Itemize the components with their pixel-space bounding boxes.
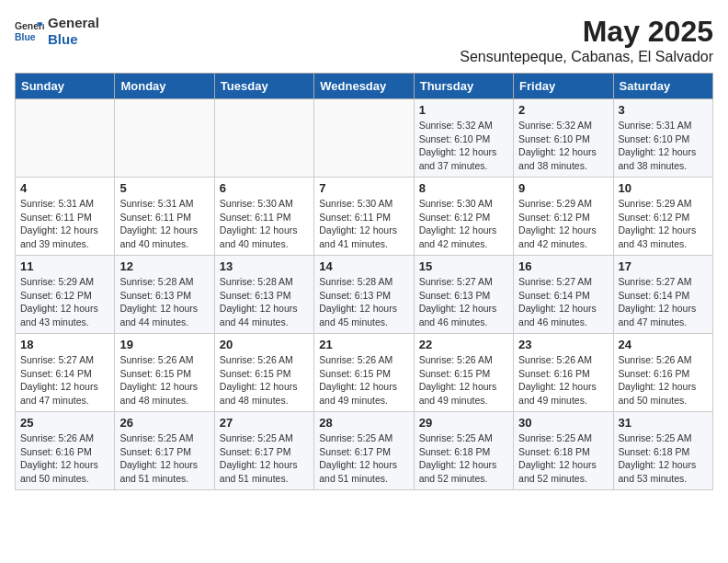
day-number: 27 xyxy=(220,416,309,430)
calendar-cell xyxy=(314,99,414,178)
calendar-table: SundayMondayTuesdayWednesdayThursdayFrid… xyxy=(15,73,713,490)
calendar-cell: 11Sunrise: 5:29 AMSunset: 6:12 PMDayligh… xyxy=(16,256,115,334)
day-header-friday: Friday xyxy=(514,74,613,99)
calendar-cell xyxy=(115,99,214,178)
day-number: 19 xyxy=(119,338,209,351)
day-info: Sunrise: 5:29 AMSunset: 6:12 PMDaylight:… xyxy=(619,197,708,251)
calendar-cell: 2Sunrise: 5:32 AMSunset: 6:10 PMDaylight… xyxy=(514,99,613,178)
day-number: 14 xyxy=(319,259,408,273)
day-number: 3 xyxy=(619,103,708,117)
day-number: 21 xyxy=(319,338,408,351)
day-header-tuesday: Tuesday xyxy=(214,74,313,99)
calendar-cell: 18Sunrise: 5:27 AMSunset: 6:14 PMDayligh… xyxy=(16,334,115,412)
day-number: 23 xyxy=(518,338,608,351)
svg-text:Blue: Blue xyxy=(15,32,36,42)
day-number: 12 xyxy=(119,259,209,273)
day-number: 30 xyxy=(518,416,608,430)
day-info: Sunrise: 5:32 AMSunset: 6:10 PMDaylight:… xyxy=(419,119,508,173)
calendar-cell: 22Sunrise: 5:26 AMSunset: 6:15 PMDayligh… xyxy=(414,334,513,412)
day-info: Sunrise: 5:27 AMSunset: 6:14 PMDaylight:… xyxy=(518,275,608,329)
day-info: Sunrise: 5:31 AMSunset: 6:11 PMDaylight:… xyxy=(20,197,109,251)
day-info: Sunrise: 5:26 AMSunset: 6:15 PMDaylight:… xyxy=(119,353,209,408)
calendar-week-3: 11Sunrise: 5:29 AMSunset: 6:12 PMDayligh… xyxy=(16,256,713,334)
calendar-cell: 5Sunrise: 5:31 AMSunset: 6:11 PMDaylight… xyxy=(115,178,214,256)
day-info: Sunrise: 5:27 AMSunset: 6:14 PMDaylight:… xyxy=(619,275,708,329)
calendar-week-2: 4Sunrise: 5:31 AMSunset: 6:11 PMDaylight… xyxy=(16,178,713,256)
day-info: Sunrise: 5:28 AMSunset: 6:13 PMDaylight:… xyxy=(119,275,209,329)
day-number: 7 xyxy=(319,181,408,195)
day-info: Sunrise: 5:25 AMSunset: 6:18 PMDaylight:… xyxy=(419,431,508,486)
day-info: Sunrise: 5:30 AMSunset: 6:12 PMDaylight:… xyxy=(419,197,508,251)
day-info: Sunrise: 5:29 AMSunset: 6:12 PMDaylight:… xyxy=(518,197,608,251)
day-info: Sunrise: 5:25 AMSunset: 6:17 PMDaylight:… xyxy=(220,431,309,486)
day-info: Sunrise: 5:30 AMSunset: 6:11 PMDaylight:… xyxy=(319,197,408,251)
calendar-cell: 28Sunrise: 5:25 AMSunset: 6:17 PMDayligh… xyxy=(314,412,414,490)
calendar-cell xyxy=(214,99,313,178)
day-info: Sunrise: 5:31 AMSunset: 6:10 PMDaylight:… xyxy=(619,119,708,173)
calendar-cell: 4Sunrise: 5:31 AMSunset: 6:11 PMDaylight… xyxy=(16,178,115,256)
day-number: 10 xyxy=(619,181,708,195)
day-header-monday: Monday xyxy=(115,74,214,99)
day-header-saturday: Saturday xyxy=(613,74,712,99)
calendar-cell: 14Sunrise: 5:28 AMSunset: 6:13 PMDayligh… xyxy=(314,256,414,334)
calendar-cell: 21Sunrise: 5:26 AMSunset: 6:15 PMDayligh… xyxy=(314,334,414,412)
day-info: Sunrise: 5:25 AMSunset: 6:18 PMDaylight:… xyxy=(619,431,708,486)
day-info: Sunrise: 5:32 AMSunset: 6:10 PMDaylight:… xyxy=(518,119,608,173)
calendar-cell: 1Sunrise: 5:32 AMSunset: 6:10 PMDaylight… xyxy=(414,99,513,178)
day-header-wednesday: Wednesday xyxy=(314,74,414,99)
day-number: 29 xyxy=(419,416,508,430)
day-info: Sunrise: 5:28 AMSunset: 6:13 PMDaylight:… xyxy=(319,275,408,329)
calendar-cell: 15Sunrise: 5:27 AMSunset: 6:13 PMDayligh… xyxy=(414,256,513,334)
logo-icon: General Blue xyxy=(15,17,44,46)
logo-blue-text: Blue xyxy=(48,31,99,48)
calendar-week-1: 1Sunrise: 5:32 AMSunset: 6:10 PMDaylight… xyxy=(16,99,713,178)
calendar-cell: 31Sunrise: 5:25 AMSunset: 6:18 PMDayligh… xyxy=(613,412,712,490)
calendar-cell: 27Sunrise: 5:25 AMSunset: 6:17 PMDayligh… xyxy=(214,412,313,490)
day-info: Sunrise: 5:30 AMSunset: 6:11 PMDaylight:… xyxy=(220,197,309,251)
calendar-cell: 19Sunrise: 5:26 AMSunset: 6:15 PMDayligh… xyxy=(115,334,214,412)
day-info: Sunrise: 5:26 AMSunset: 6:16 PMDaylight:… xyxy=(20,431,109,486)
calendar-header-row: SundayMondayTuesdayWednesdayThursdayFrid… xyxy=(16,74,713,99)
day-header-sunday: Sunday xyxy=(16,74,115,99)
calendar-cell: 10Sunrise: 5:29 AMSunset: 6:12 PMDayligh… xyxy=(613,178,712,256)
day-info: Sunrise: 5:27 AMSunset: 6:13 PMDaylight:… xyxy=(419,275,508,329)
calendar-cell: 9Sunrise: 5:29 AMSunset: 6:12 PMDaylight… xyxy=(514,178,613,256)
day-info: Sunrise: 5:26 AMSunset: 6:15 PMDaylight:… xyxy=(319,353,408,408)
calendar-cell: 25Sunrise: 5:26 AMSunset: 6:16 PMDayligh… xyxy=(16,412,115,490)
calendar-subtitle: Sensuntepeque, Cabanas, El Salvador xyxy=(460,49,713,65)
day-number: 8 xyxy=(419,181,508,195)
day-number: 11 xyxy=(20,259,109,273)
calendar-cell: 7Sunrise: 5:30 AMSunset: 6:11 PMDaylight… xyxy=(314,178,414,256)
day-number: 9 xyxy=(518,181,608,195)
day-number: 28 xyxy=(319,416,408,430)
calendar-cell: 29Sunrise: 5:25 AMSunset: 6:18 PMDayligh… xyxy=(414,412,513,490)
day-number: 4 xyxy=(20,181,109,195)
day-number: 5 xyxy=(119,181,209,195)
day-info: Sunrise: 5:26 AMSunset: 6:15 PMDaylight:… xyxy=(419,353,508,408)
calendar-cell: 13Sunrise: 5:28 AMSunset: 6:13 PMDayligh… xyxy=(214,256,313,334)
day-number: 20 xyxy=(220,338,309,351)
day-number: 17 xyxy=(619,259,708,273)
day-info: Sunrise: 5:28 AMSunset: 6:13 PMDaylight:… xyxy=(220,275,309,329)
day-info: Sunrise: 5:25 AMSunset: 6:17 PMDaylight:… xyxy=(119,431,209,486)
calendar-cell xyxy=(16,99,115,178)
day-number: 26 xyxy=(119,416,209,430)
logo-general-text: General xyxy=(48,15,99,31)
logo: General Blue General Blue xyxy=(15,15,99,48)
calendar-cell: 3Sunrise: 5:31 AMSunset: 6:10 PMDaylight… xyxy=(613,99,712,178)
day-info: Sunrise: 5:29 AMSunset: 6:12 PMDaylight:… xyxy=(20,275,109,329)
calendar-cell: 20Sunrise: 5:26 AMSunset: 6:15 PMDayligh… xyxy=(214,334,313,412)
day-number: 31 xyxy=(619,416,708,430)
day-info: Sunrise: 5:31 AMSunset: 6:11 PMDaylight:… xyxy=(119,197,209,251)
calendar-week-4: 18Sunrise: 5:27 AMSunset: 6:14 PMDayligh… xyxy=(16,334,713,412)
calendar-cell: 8Sunrise: 5:30 AMSunset: 6:12 PMDaylight… xyxy=(414,178,513,256)
day-header-thursday: Thursday xyxy=(414,74,513,99)
day-number: 16 xyxy=(518,259,608,273)
day-number: 15 xyxy=(419,259,508,273)
page-header: General Blue General Blue May 2025 Sensu… xyxy=(15,15,713,65)
day-info: Sunrise: 5:26 AMSunset: 6:16 PMDaylight:… xyxy=(619,353,708,408)
day-number: 25 xyxy=(20,416,109,430)
calendar-title: May 2025 xyxy=(460,15,713,49)
calendar-cell: 16Sunrise: 5:27 AMSunset: 6:14 PMDayligh… xyxy=(514,256,613,334)
calendar-cell: 26Sunrise: 5:25 AMSunset: 6:17 PMDayligh… xyxy=(115,412,214,490)
